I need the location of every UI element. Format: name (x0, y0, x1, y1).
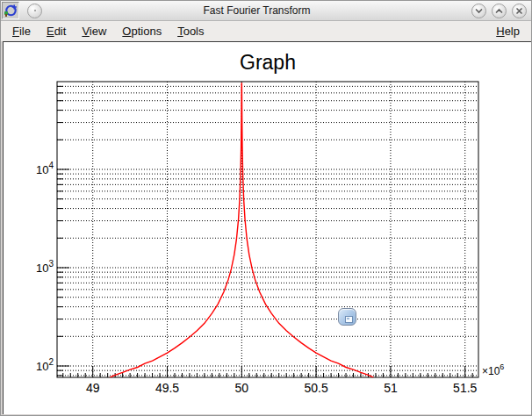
menu-item-tools[interactable]: Tools (169, 22, 212, 40)
window-controls (471, 4, 527, 18)
x-tick-label: 51.5 (453, 381, 477, 395)
x-tick-label: 50 (235, 381, 249, 395)
y-tick-label: 103 (36, 259, 54, 275)
app-icon-button[interactable] (2, 2, 19, 19)
fft-plot[interactable]: 4949.55050.55151.5102103104×106Graph (4, 42, 531, 414)
x-tick-label: 49.5 (155, 381, 179, 395)
x-tick-label: 51 (384, 381, 398, 395)
menu-item-edit[interactable]: Edit (39, 22, 74, 40)
y-tick-label: 102 (36, 357, 54, 373)
chevron-down-icon (474, 6, 484, 16)
canvas-cursor-icon (338, 308, 356, 326)
menu-item-help[interactable]: Help (488, 22, 528, 40)
root-logo-icon (4, 4, 18, 18)
plot-frame (57, 82, 478, 377)
menubar: FileEditViewOptionsToolsHelp (1, 21, 531, 41)
chevron-up-icon (494, 6, 504, 16)
window-title: Fast Fourier Transform (42, 4, 471, 17)
minimize-button[interactable] (471, 4, 486, 18)
menu-item-file[interactable]: File (4, 22, 39, 40)
window-menu-button[interactable] (27, 4, 42, 18)
close-button[interactable] (512, 4, 527, 18)
y-tick-label: 104 (36, 161, 54, 176)
menu-item-options[interactable]: Options (114, 22, 169, 40)
root-canvas[interactable]: 4949.55050.55151.5102103104×106Graph (3, 41, 531, 414)
x-tick-label: 49 (86, 381, 100, 395)
x-axis-multiplier: ×106 (482, 362, 504, 377)
application-window: Fast Fourier Transform FileEditViewOptio… (0, 0, 532, 416)
x-tick-label: 50.5 (304, 381, 327, 395)
close-x-icon (514, 6, 524, 16)
canvas-cursor-inner (345, 316, 353, 323)
menu-item-view[interactable]: View (74, 22, 114, 40)
graph-title: Graph (240, 51, 296, 74)
dot-icon (34, 10, 36, 11)
titlebar[interactable]: Fast Fourier Transform (1, 1, 531, 21)
maximize-button[interactable] (492, 4, 507, 18)
